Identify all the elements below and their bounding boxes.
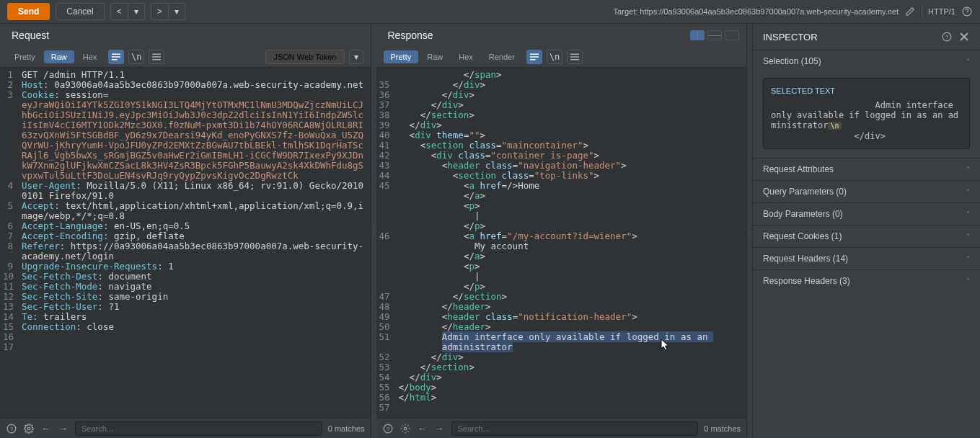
chevron-down-icon: ˅ [966, 233, 970, 241]
selected-text-label: SELECTED TEXT [771, 86, 962, 96]
layout-stack-icon[interactable] [707, 30, 722, 40]
svg-point-9 [27, 427, 30, 430]
layout-split-icon[interactable] [690, 30, 705, 40]
wrap-toggle-icon[interactable] [526, 50, 542, 64]
chevron-down-icon: ˅ [966, 188, 970, 196]
newline-toggle-icon[interactable]: \n [128, 50, 144, 64]
section-header[interactable]: Response Headers (3)˅ [753, 270, 980, 292]
chevron-down-icon: ˅ [966, 166, 970, 174]
svg-text:?: ? [10, 425, 13, 432]
chevron-down-icon: ˅ [966, 255, 970, 263]
jwt-button[interactable]: JSON Web Token [265, 50, 344, 64]
response-match-count: 0 matches [704, 424, 741, 433]
help-icon[interactable]: ? [6, 423, 17, 434]
top-toolbar: Send Cancel < ▾ > ▾ Target: https://0a93… [0, 0, 980, 24]
gear-icon[interactable] [399, 423, 411, 434]
chevron-down-icon: ˅ [966, 210, 970, 218]
history-fwd-button[interactable]: > [151, 3, 168, 20]
request-panel: Request Pretty Raw Hex \n JSON Web Token… [0, 24, 371, 438]
search-next-icon[interactable]: → [58, 423, 69, 434]
response-tabbar: Pretty Raw Hex Render \n [376, 47, 747, 68]
response-search-input[interactable] [451, 421, 699, 436]
svg-rect-4 [152, 54, 161, 55]
cancel-button[interactable]: Cancel [56, 3, 104, 20]
svg-rect-13 [570, 54, 579, 55]
section-header[interactable]: Body Parameters (0)˅ [753, 203, 980, 225]
panel-divider[interactable] [371, 24, 376, 438]
svg-text:?: ? [386, 425, 389, 432]
response-title: Response [376, 24, 691, 47]
svg-rect-3 [112, 59, 118, 61]
request-match-count: 0 matches [328, 424, 365, 433]
target-label: Target: https://0a93006a04aa5b3ec0863b97… [614, 7, 899, 16]
newline-toggle-icon[interactable]: \n [547, 50, 562, 64]
inspector-section: Request Cookies (1)˅ [753, 225, 980, 247]
request-code[interactable]: 1234567891011121314151617 GET /admin HTT… [0, 68, 371, 418]
search-prev-icon[interactable]: ← [40, 423, 52, 434]
wrap-toggle-icon[interactable] [108, 50, 124, 64]
svg-rect-10 [530, 54, 539, 55]
tab-hex[interactable]: Hex [76, 50, 105, 63]
inspector-section: Body Parameters (0)˅ [753, 202, 980, 225]
help-icon[interactable]: ? [941, 31, 953, 43]
send-button[interactable]: Send [7, 3, 50, 20]
pencil-icon[interactable] [904, 6, 916, 17]
tab-raw[interactable]: Raw [44, 50, 74, 63]
svg-rect-11 [530, 56, 539, 58]
inspector-section-selection: Selection (105)˄ SELECTED TEXT Admin int… [753, 50, 980, 158]
request-title: Request [0, 24, 371, 47]
selected-text-value[interactable]: Admin interface only available if logged… [771, 100, 962, 141]
response-panel: Response Pretty Raw Hex Render \n 353637… [376, 24, 748, 438]
search-next-icon[interactable]: → [434, 423, 446, 434]
help-icon[interactable] [961, 6, 973, 17]
tab-render[interactable]: Render [482, 50, 522, 63]
section-header-selection[interactable]: Selection (105)˄ [753, 50, 980, 72]
section-header[interactable]: Request Cookies (1)˅ [753, 225, 980, 247]
svg-rect-15 [570, 59, 579, 61]
tab-raw[interactable]: Raw [420, 50, 450, 63]
search-prev-icon[interactable]: ← [417, 423, 428, 434]
inspector-panel: INSPECTOR ? Selection (105)˄ SELECTED TE… [752, 24, 980, 438]
history-fwd-dropdown[interactable]: ▾ [168, 3, 185, 20]
inspector-title: INSPECTOR [763, 32, 935, 43]
layout-single-icon[interactable] [725, 30, 739, 40]
response-status-bar: ? ← → 0 matches [376, 418, 747, 438]
close-icon[interactable] [958, 31, 970, 43]
history-back-dropdown[interactable]: ▾ [128, 3, 145, 20]
inspector-section: Request Headers (14)˅ [753, 247, 980, 269]
svg-rect-6 [152, 59, 161, 61]
tab-hex[interactable]: Hex [451, 50, 480, 63]
request-status-bar: ? ← → 0 matches [0, 418, 371, 438]
svg-rect-12 [530, 59, 536, 61]
tab-pretty[interactable]: Pretty [7, 50, 43, 63]
svg-rect-2 [112, 56, 120, 58]
tab-pretty[interactable]: Pretty [384, 50, 419, 63]
request-tabbar: Pretty Raw Hex \n JSON Web Token ▾ [0, 47, 371, 68]
gear-icon[interactable] [23, 423, 35, 434]
svg-text:?: ? [945, 34, 948, 40]
section-header[interactable]: Query Parameters (0)˅ [753, 181, 980, 202]
inspector-section: Query Parameters (0)˅ [753, 180, 980, 202]
inspector-divider[interactable] [747, 24, 752, 438]
inspector-section: Response Headers (3)˅ [753, 269, 980, 292]
chevron-down-icon: ˅ [966, 277, 970, 285]
hamburger-icon[interactable] [567, 50, 583, 64]
inspector-section: Request Attributes˅ [753, 158, 980, 180]
response-code[interactable]: 3536373839404142434445464748495051525354… [376, 68, 747, 418]
hamburger-icon[interactable] [149, 50, 164, 64]
svg-rect-14 [570, 56, 579, 58]
svg-rect-1 [112, 54, 120, 55]
section-header[interactable]: Request Headers (14)˅ [753, 248, 980, 269]
layout-switch [690, 24, 746, 47]
history-fwd-group: > ▾ [151, 3, 185, 20]
selected-text-box: SELECTED TEXT Admin interface only avail… [763, 78, 970, 149]
request-search-input[interactable] [75, 421, 322, 436]
svg-point-18 [404, 427, 407, 430]
help-icon[interactable]: ? [382, 423, 394, 434]
dropdown-icon[interactable]: ▾ [349, 50, 363, 64]
chevron-up-icon: ˄ [966, 58, 970, 66]
svg-rect-5 [152, 56, 161, 58]
http-version-label[interactable]: HTTP/1 [928, 7, 955, 16]
section-header[interactable]: Request Attributes˅ [753, 158, 980, 180]
history-back-button[interactable]: < [110, 3, 128, 20]
